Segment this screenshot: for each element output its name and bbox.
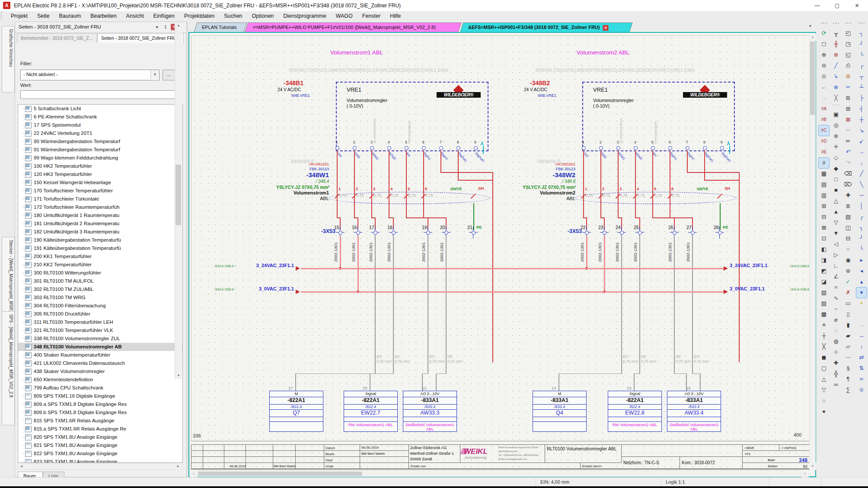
tool-icon[interactable]: ⌦ xyxy=(843,179,853,190)
tool-icon[interactable]: ⋯ xyxy=(843,352,853,363)
terminal-circle[interactable] xyxy=(472,231,475,235)
terminal-circle[interactable] xyxy=(603,231,606,235)
tool-icon[interactable]: ▸ xyxy=(856,255,867,265)
delete-selection-icon[interactable]: ⊠ xyxy=(843,115,853,125)
tool-icon[interactable]: ∠ xyxy=(831,271,841,282)
toolbar-drag-handle[interactable] xyxy=(858,22,865,27)
tree-item[interactable]: 17 SPS Speisemodul xyxy=(18,121,182,129)
device-box[interactable]: M-822A1/822.4Q7 xyxy=(269,391,323,432)
tool-icon[interactable]: ≣ xyxy=(843,201,853,211)
tree-item[interactable]: 815 SPS TXM1.6R Relais Ausgänge xyxy=(18,417,182,425)
tool-icon[interactable]: ▩ xyxy=(819,309,829,319)
terminal-circle[interactable] xyxy=(585,231,589,235)
menu-optionen[interactable]: Optionen xyxy=(247,11,279,22)
tool-icon[interactable]: ⊡ xyxy=(819,233,829,244)
format-painter-icon[interactable]: ✏ xyxy=(843,125,853,136)
tree-item[interactable]: 91 Wärmeübergabestation Temperaturf xyxy=(18,146,182,154)
tool-icon[interactable]: ¶ xyxy=(843,374,853,384)
error-icon[interactable]: ✗ xyxy=(843,287,853,298)
refresh-icon[interactable]: ⟳ xyxy=(819,28,829,38)
tool-icon[interactable]: ◩ xyxy=(819,266,829,276)
tool-icon[interactable]: ⊞ xyxy=(819,201,829,211)
menu-suchen[interactable]: Suchen xyxy=(219,11,247,22)
tool-icon[interactable]: ◪ xyxy=(819,277,829,287)
tool-icon[interactable]: ▭ xyxy=(843,298,853,309)
tool-icon[interactable]: ╮ xyxy=(856,223,867,233)
tab-close-icon[interactable]: ✕ xyxy=(603,25,609,31)
tool-icon[interactable]: ╳ xyxy=(819,341,829,352)
tool-icon[interactable]: ↓ xyxy=(856,158,867,168)
cut-icon[interactable]: ✂ xyxy=(843,82,853,92)
grid-b-icon[interactable]: #B xyxy=(819,115,829,125)
print-icon[interactable]: ⎙ xyxy=(843,61,853,71)
menu-wago[interactable]: WAGO xyxy=(331,11,357,22)
filter-combobox[interactable]: - Nicht aktiviert - ▼ xyxy=(20,70,160,80)
tool-icon[interactable]: ◼ xyxy=(819,352,829,363)
tool-icon[interactable]: ≍ xyxy=(856,374,867,384)
device-box[interactable]: AO 0...10V-833A1/833.4AW33.3Stellbefehl … xyxy=(403,391,457,432)
tool-icon[interactable]: ▼ xyxy=(831,228,841,239)
terminal-circle[interactable] xyxy=(426,231,430,235)
tree-item[interactable]: 815.a SPS TXM1.6R Relais Ausgänge Re xyxy=(18,425,182,433)
tree-item[interactable]: 820 SPS TXM1.8U Analoge Eingänge xyxy=(18,433,182,441)
tool-icon[interactable]: ▰ xyxy=(843,331,853,341)
symbol-macro-icon[interactable]: ◎ xyxy=(831,120,841,131)
tool-icon[interactable]: ∟ xyxy=(831,261,841,271)
dock-tab-grafische-vorschau[interactable]: Grafische Vorschau xyxy=(2,26,15,92)
document-tab[interactable]: EPLAN Tutorials xyxy=(194,22,247,32)
scroll-up-icon[interactable]: ▲ xyxy=(175,22,182,29)
tool-icon[interactable]: ⊟ xyxy=(843,233,853,244)
tree-item[interactable]: 438 Skaker Volumenstromregler xyxy=(18,367,182,376)
device-box[interactable]: Signal-822A1/822.4EW22.8RM Volumenstrom2… xyxy=(608,391,662,432)
document-tab[interactable]: ==MSR=PUMPE++WILO PUMPE+F1#V01/100 ([Wei… xyxy=(245,22,461,32)
tab-betriebsmittel[interactable]: Betriebsmittel - 3018 0072_SIE_Z... xyxy=(17,33,97,43)
tool-icon[interactable]: ⌫ xyxy=(843,169,853,179)
toolbar-drag-handle[interactable] xyxy=(845,22,851,27)
tool-icon[interactable]: ≎ xyxy=(856,385,867,395)
corner-up-right-icon[interactable]: └ xyxy=(856,50,867,60)
tree-item[interactable]: 5 Schaltschrank Licht xyxy=(18,105,182,113)
tree-item[interactable]: 338 RLT0100 Volumenstromregler ZUL xyxy=(18,335,182,343)
tool-icon[interactable]: ╬ xyxy=(831,369,841,379)
tool-icon[interactable]: ✚ xyxy=(831,358,841,368)
tree-item[interactable]: 191 Kälteübergabestation Temperaturfü xyxy=(18,244,182,252)
tree-item[interactable]: 171 Torluftschleier Türkontakt xyxy=(18,195,182,203)
copy-icon[interactable]: ⧉ xyxy=(843,93,853,103)
tool-icon[interactable]: ● xyxy=(819,406,829,417)
menu-dienstprogramme[interactable]: Dienstprogramme xyxy=(278,11,331,22)
tool-icon[interactable]: ▱ xyxy=(843,341,853,352)
tool-icon[interactable]: ⇅ xyxy=(856,363,867,373)
terminal-circle[interactable] xyxy=(356,231,360,235)
tree-item[interactable]: 321 RLT0100 Temperaturfühler VLK xyxy=(18,326,182,335)
new-window-icon[interactable]: ◰ xyxy=(843,28,853,38)
panel-pin-icon[interactable]: ↧ xyxy=(162,24,169,30)
tool-icon[interactable]: │ xyxy=(856,201,867,211)
tool-icon[interactable]: ⇄ xyxy=(856,352,867,363)
tool-icon[interactable]: ⊹ xyxy=(831,347,841,357)
scroll-right-icon[interactable]: ▸ xyxy=(175,463,182,470)
tool-icon[interactable]: ◨ xyxy=(819,255,829,265)
tool-icon[interactable]: ┼ xyxy=(819,331,829,341)
menu-seite[interactable]: Seite xyxy=(32,11,54,22)
tool-icon[interactable]: ▷ xyxy=(831,250,841,260)
menu-hilfe[interactable]: Hilfe xyxy=(385,11,405,22)
tree-item[interactable]: 311 RLT0100 Temperaturfühler LEH xyxy=(18,318,182,326)
tool-icon[interactable]: ✚ xyxy=(843,190,853,201)
grid-c-icon[interactable]: #C xyxy=(819,125,829,136)
toolbar-drag-handle[interactable] xyxy=(833,22,839,27)
t-node-down-icon[interactable]: ┬ xyxy=(856,71,867,82)
toolbar-drag-handle[interactable] xyxy=(821,22,827,27)
tree-item[interactable]: 6 PE-Klemme Schaltschrank xyxy=(18,113,182,121)
tool-icon[interactable]: ╭ xyxy=(856,212,867,222)
tree-item[interactable]: 300 RLT0100 Witterungsfühler xyxy=(18,269,182,277)
tree-item[interactable]: 99 Wago klemmen Felddurchdrahtung xyxy=(18,154,182,162)
grid-e-icon[interactable]: #E xyxy=(819,147,829,157)
dock-tab-stecker[interactable]: Stecker - [Weikl]_Makroprojekt_MSR_V02_2… xyxy=(2,237,15,315)
tree-item[interactable]: 823 SPS TXM1.8U Analoge Eingänge xyxy=(18,458,182,463)
tree-horizontal-scrollbar[interactable]: ◂ ▸ xyxy=(18,463,183,470)
tool-icon[interactable]: ↙ xyxy=(856,136,867,147)
canvas-scroll-left-icon[interactable]: ‹ xyxy=(190,470,197,477)
tool-icon[interactable]: ◌ xyxy=(831,325,841,336)
tool-icon[interactable]: ╰ xyxy=(856,244,867,255)
terminal-circle[interactable] xyxy=(392,231,396,235)
